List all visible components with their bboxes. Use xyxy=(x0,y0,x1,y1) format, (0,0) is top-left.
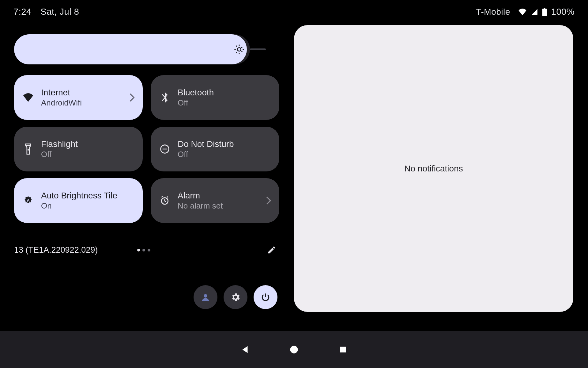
wifi-icon xyxy=(518,9,527,15)
status-carrier: T-Mobile xyxy=(476,7,510,17)
tile-subtitle: No alarm set xyxy=(178,201,223,211)
nav-recent-button[interactable] xyxy=(337,343,349,356)
cellular-signal-icon xyxy=(531,9,538,15)
status-battery-pct: 100% xyxy=(551,7,575,17)
dnd-icon xyxy=(159,144,171,154)
tile-title: Alarm xyxy=(178,191,223,201)
svg-rect-2 xyxy=(163,149,167,150)
tile-title: Bluetooth xyxy=(178,88,214,98)
page-dot xyxy=(137,249,140,251)
brightness-icon xyxy=(234,44,244,55)
brightness-track-remaining xyxy=(250,48,266,50)
tile-title: Flashlight xyxy=(41,139,78,149)
battery-icon xyxy=(542,8,547,16)
tile-title: Internet xyxy=(41,88,82,98)
tile-alarm[interactable]: Alarm No alarm set xyxy=(151,178,279,223)
power-button[interactable] xyxy=(254,285,277,309)
notifications-empty-text: No notifications xyxy=(404,164,463,174)
tile-flashlight[interactable]: Flashlight Off xyxy=(14,127,143,171)
settings-button[interactable] xyxy=(224,285,247,309)
page-indicator[interactable] xyxy=(137,249,150,251)
page-dot xyxy=(148,249,150,251)
chevron-right-icon xyxy=(129,93,135,102)
svg-rect-8 xyxy=(340,347,346,353)
edit-tiles-button[interactable] xyxy=(264,242,279,258)
tile-subtitle: Off xyxy=(178,150,234,159)
bluetooth-icon xyxy=(159,92,171,103)
wifi-icon xyxy=(22,93,34,102)
navigation-bar xyxy=(0,331,588,368)
tile-subtitle: AndroidWifi xyxy=(41,98,82,108)
status-time: 7:24 xyxy=(13,7,31,17)
tile-subtitle: Off xyxy=(178,98,214,108)
svg-point-7 xyxy=(290,346,298,354)
tile-internet[interactable]: Internet AndroidWifi xyxy=(14,75,143,120)
chevron-right-icon xyxy=(266,196,271,205)
status-bar: 7:24 Sat, Jul 8 T-Mobile 100% xyxy=(0,7,588,17)
status-date: Sat, Jul 8 xyxy=(40,7,79,17)
svg-text:A: A xyxy=(27,198,29,203)
brightness-slider[interactable] xyxy=(14,34,279,64)
tile-subtitle: Off xyxy=(41,150,78,159)
tile-title: Auto Brightness Tile xyxy=(41,191,117,201)
svg-point-6 xyxy=(204,294,207,297)
tile-subtitle: On xyxy=(41,201,117,211)
nav-home-button[interactable] xyxy=(288,343,300,356)
svg-point-0 xyxy=(28,149,29,151)
tile-auto-brightness[interactable]: A Auto Brightness Tile On xyxy=(14,178,143,223)
user-switcher-button[interactable] xyxy=(194,285,217,309)
notifications-panel[interactable]: No notifications xyxy=(294,25,573,312)
alarm-icon xyxy=(159,196,171,205)
page-dot xyxy=(142,249,145,251)
tile-title: Do Not Disturb xyxy=(178,139,234,149)
flashlight-icon xyxy=(22,144,34,155)
nav-back-button[interactable] xyxy=(239,343,251,356)
tile-dnd[interactable]: Do Not Disturb Off xyxy=(151,127,279,171)
tile-bluetooth[interactable]: Bluetooth Off xyxy=(151,75,279,120)
auto-brightness-icon: A xyxy=(22,195,34,206)
build-version[interactable]: 13 (TE1A.220922.029) xyxy=(14,245,98,255)
